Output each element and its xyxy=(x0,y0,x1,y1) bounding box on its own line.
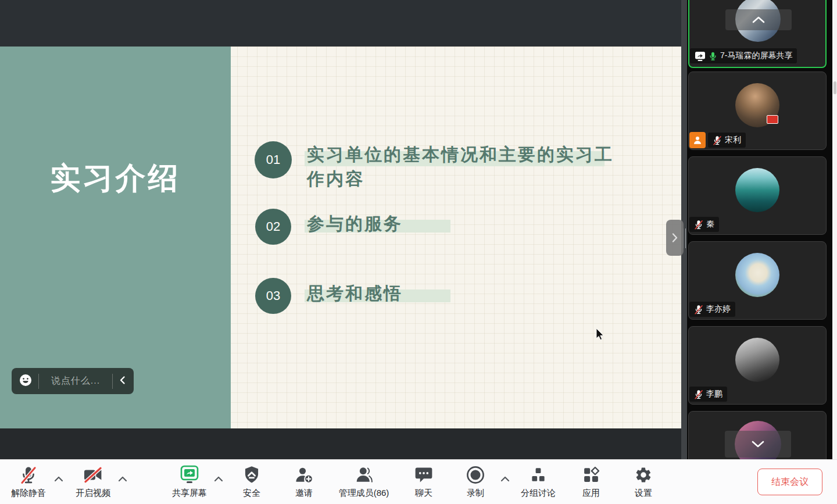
participant-tile[interactable]: 秦 xyxy=(688,156,827,235)
breakout-rooms-icon xyxy=(530,465,547,485)
unmute-label: 解除静音 xyxy=(11,488,46,499)
video-options-caret[interactable] xyxy=(117,474,128,484)
slide-item-number: 02 xyxy=(255,209,291,245)
record-button[interactable]: 录制 xyxy=(443,464,507,501)
meeting-toolbar: 解除静音 开启视频 xyxy=(0,459,837,504)
chat-quick-bar[interactable]: 说点什么... xyxy=(12,368,134,394)
host-badge-icon xyxy=(689,132,706,148)
slide-item-text: 参与的服务 xyxy=(307,212,614,236)
chat-bubble-icon xyxy=(415,465,432,485)
divider xyxy=(112,374,113,389)
security-shield-icon xyxy=(243,465,260,485)
participant-name: 李鹏 xyxy=(706,389,722,399)
slide-item-number: 01 xyxy=(255,141,292,178)
screen-share-icon xyxy=(695,51,706,61)
record-label: 录制 xyxy=(467,488,484,499)
members-icon xyxy=(355,465,373,485)
record-icon xyxy=(466,465,485,485)
microphone-muted-icon xyxy=(713,135,722,145)
microphone-muted-icon xyxy=(20,465,37,485)
slide-item-text: 实习单位的基本情况和主要的实习工作内容 xyxy=(307,142,614,191)
scroll-down-button[interactable] xyxy=(725,431,791,457)
microphone-muted-icon xyxy=(694,305,703,314)
settings-label: 设置 xyxy=(635,488,652,499)
participant-name: 7-马瑞霖的屏幕共享 xyxy=(720,51,792,61)
settings-gear-icon xyxy=(635,465,652,485)
chat-label: 聊天 xyxy=(415,488,432,499)
microphone-muted-icon xyxy=(694,220,703,230)
emoji-smiley-icon[interactable] xyxy=(19,373,33,389)
slide-title: 实习介绍 xyxy=(0,158,231,199)
chevron-right-icon xyxy=(671,233,678,243)
participant-name: 秦 xyxy=(706,219,714,230)
shared-screen-top-letterbox xyxy=(0,0,681,47)
shared-screen-bottom-letterbox xyxy=(0,428,681,459)
sidebar-scrollbar[interactable] xyxy=(832,0,837,459)
camera-off-icon xyxy=(83,465,103,485)
slide-item-number: 03 xyxy=(255,278,291,314)
divider xyxy=(38,374,39,389)
invite-button[interactable]: 邀请 xyxy=(272,464,336,501)
invite-person-icon xyxy=(295,465,313,485)
participant-tile-screen-share[interactable]: 7-马瑞霖的屏幕共享 xyxy=(688,0,827,68)
participants-sidebar: 7-马瑞霖的屏幕共享 xyxy=(687,0,832,459)
slide-item-text: 思考和感悟 xyxy=(307,281,614,306)
start-video-button[interactable]: 开启视频 xyxy=(61,464,125,501)
scrollbar-thumb[interactable] xyxy=(834,81,836,94)
microphone-muted-icon xyxy=(694,389,703,399)
chevron-left-icon[interactable] xyxy=(119,376,127,387)
manage-members-button[interactable]: 管理成员(86) xyxy=(332,464,396,501)
avatar xyxy=(735,338,779,382)
chat-input-placeholder[interactable]: 说点什么... xyxy=(45,375,106,387)
end-meeting-button[interactable]: 结束会议 xyxy=(757,469,822,495)
chevron-down-icon xyxy=(750,439,766,449)
participant-tile[interactable] xyxy=(688,411,827,459)
participant-name: 李亦婷 xyxy=(706,304,731,314)
mouse-cursor xyxy=(596,328,606,344)
sidebar-collapse-tab[interactable] xyxy=(666,220,684,256)
share-screen-icon xyxy=(180,465,199,485)
security-label: 安全 xyxy=(243,488,260,499)
manage-members-label: 管理成员(86) xyxy=(339,488,389,499)
share-screen-label: 共享屏幕 xyxy=(172,488,207,499)
settings-button[interactable]: 设置 xyxy=(611,464,675,501)
start-video-label: 开启视频 xyxy=(76,488,110,499)
china-flag-badge xyxy=(767,115,778,124)
apps-icon xyxy=(582,465,600,485)
participant-tile[interactable]: 李鹏 xyxy=(688,326,827,405)
participant-tile[interactable]: 宋利 xyxy=(688,72,827,150)
participant-tile[interactable]: 李亦婷 xyxy=(688,241,827,320)
apps-label: 应用 xyxy=(582,488,600,499)
microphone-on-icon xyxy=(709,51,717,61)
unmute-button[interactable]: 解除静音 xyxy=(0,464,60,501)
avatar xyxy=(735,83,779,127)
meeting-window: 实习介绍 01 02 03 实习单位的基本情况和主要的实习工作内容 参与的服务 … xyxy=(0,0,837,504)
breakout-rooms-label: 分组讨论 xyxy=(521,488,556,499)
scroll-up-button[interactable] xyxy=(725,9,792,30)
avatar xyxy=(735,168,779,212)
avatar xyxy=(735,253,779,297)
participant-name: 宋利 xyxy=(725,135,741,145)
share-screen-button[interactable]: 共享屏幕 xyxy=(158,464,221,501)
chevron-up-icon xyxy=(751,15,766,24)
invite-label: 邀请 xyxy=(295,488,313,499)
